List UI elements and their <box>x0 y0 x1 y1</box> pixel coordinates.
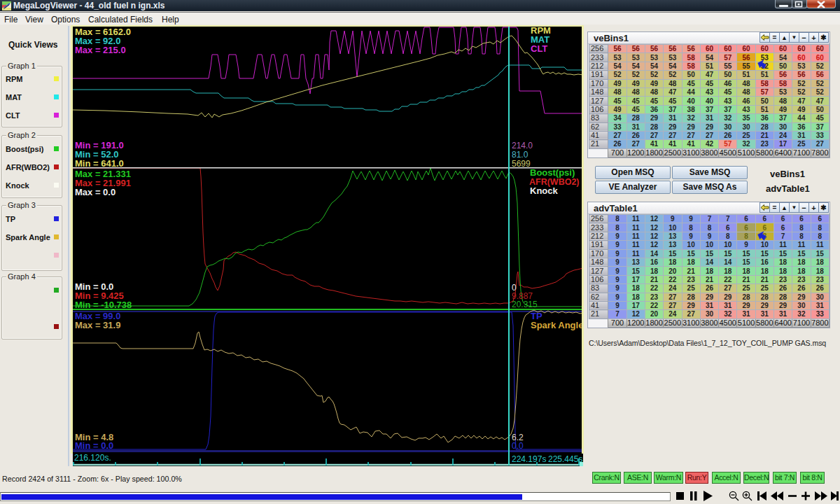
svg-text:20.315: 20.315 <box>512 300 538 309</box>
svg-text:Min = -10.738: Min = -10.738 <box>75 300 132 310</box>
svg-text:Max = 215.0: Max = 215.0 <box>75 45 126 55</box>
svg-text:Knock: Knock <box>530 186 559 196</box>
svg-text:5699: 5699 <box>512 159 531 169</box>
svg-text:224.197s: 224.197s <box>512 454 546 464</box>
svg-text:216.120s.: 216.120s. <box>74 453 111 463</box>
svg-text:225.445s.: 225.445s. <box>548 454 583 464</box>
svg-text:Min = 0.0: Min = 0.0 <box>75 440 113 451</box>
svg-text:81.0: 81.0 <box>512 150 528 160</box>
svg-text:CLT: CLT <box>531 43 547 54</box>
svg-text:214.0: 214.0 <box>512 141 533 150</box>
svg-text:Max = 31.9: Max = 31.9 <box>75 320 120 330</box>
svg-text:Max = 0.0: Max = 0.0 <box>75 187 115 197</box>
svg-text:Spark Angle: Spark Angle <box>531 320 583 330</box>
svg-text:Boost(psi): Boost(psi) <box>530 167 575 178</box>
svg-text:Min = 641.0: Min = 641.0 <box>75 158 124 169</box>
svg-text:0.0: 0.0 <box>512 441 524 451</box>
